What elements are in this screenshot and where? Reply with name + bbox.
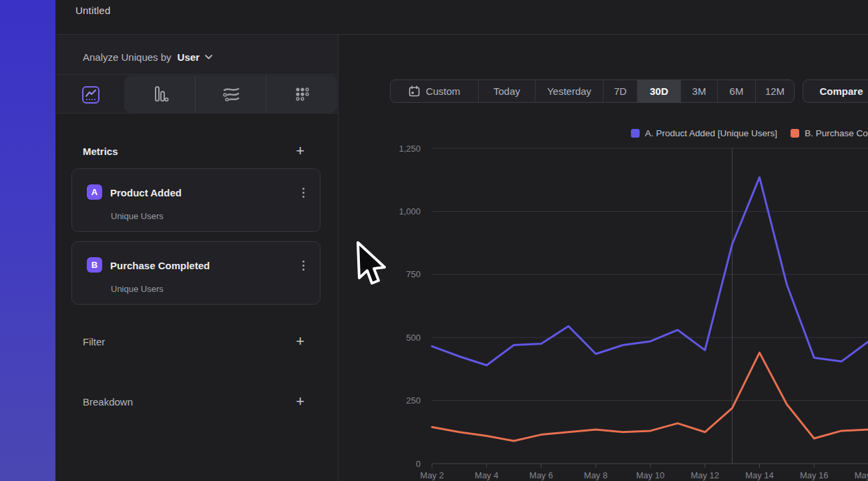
range-button-custom[interactable]: Custom (391, 80, 478, 102)
retention-grid-icon (292, 85, 311, 104)
metric-event-name: Product Added (110, 187, 182, 198)
range-button-yesterday[interactable]: Yesterday (535, 80, 603, 102)
analyze-divider (56, 74, 338, 75)
analyze-row: Analyze Uniques by User (83, 50, 212, 63)
metric-badge: A (87, 184, 102, 200)
report-title[interactable]: Untitled (75, 5, 110, 16)
x-axis-label: May 8 (584, 470, 608, 480)
metric-menu-kebab-icon[interactable] (297, 258, 309, 273)
add-breakdown-button[interactable]: + (294, 395, 306, 408)
y-axis-label: 750 (406, 269, 421, 279)
x-axis-label: May 10 (636, 470, 665, 480)
left-accent-strip (0, 0, 55, 481)
mouse-cursor (355, 240, 395, 297)
metric-card[interactable]: AProduct AddedUnique Users (71, 168, 320, 232)
series-line (432, 177, 868, 365)
metric-card[interactable]: BPurchase CompletedUnique Users (71, 241, 320, 305)
analyze-label: Analyze Uniques by (83, 51, 172, 63)
x-axis-label: May 16 (800, 470, 829, 480)
range-button-12m[interactable]: 12M (755, 80, 794, 102)
x-axis-label: May 12 (690, 470, 719, 480)
analyze-value: User (178, 51, 200, 63)
y-axis-label: 1,000 (399, 206, 421, 216)
x-axis-label: May 18 (855, 470, 868, 480)
analyze-by-dropdown[interactable]: User (178, 51, 212, 63)
legend-swatch (631, 129, 640, 138)
metric-measure: Unique Users (111, 211, 164, 221)
sidebar-divider (338, 35, 339, 481)
metric-badge: B (87, 257, 102, 273)
legend-swatch (791, 129, 799, 138)
tab-line-chart[interactable] (79, 84, 102, 106)
range-button-30d[interactable]: 30D (637, 80, 680, 102)
range-button-6m[interactable]: 6M (717, 80, 755, 102)
tab-bar-chart[interactable] (124, 75, 195, 113)
range-button-3m[interactable]: 3M (680, 80, 717, 102)
breakdown-heading: Breakdown (83, 396, 133, 408)
y-axis-label: 500 (406, 333, 421, 343)
add-metric-button[interactable]: + (294, 144, 306, 158)
line-chart-icon (81, 86, 100, 104)
date-range-group: CustomTodayYesterday7D30D3M6M12M (390, 79, 795, 103)
metrics-heading: Metrics (83, 146, 118, 157)
chart-type-tabs-group (124, 75, 337, 113)
filter-heading: Filter (83, 336, 105, 347)
y-axis-label: 1,250 (399, 144, 421, 154)
chart-legend: A. Product Added [Unique Users]B. Purcha… (631, 128, 868, 138)
y-axis-label: 250 (406, 395, 421, 406)
y-axis-label: 0 (416, 459, 421, 469)
range-button-7d[interactable]: 7D (603, 80, 637, 102)
x-axis-label: May 6 (529, 470, 553, 480)
legend-item[interactable]: A. Product Added [Unique Users] (631, 128, 777, 138)
tab-flows[interactable] (195, 75, 266, 113)
series-line (432, 353, 868, 441)
legend-label: B. Purchase Completed [Unique Users] (805, 128, 868, 138)
x-axis-label: May 2 (420, 470, 443, 480)
bar-chart-icon (150, 84, 170, 104)
metrics-section-head: Metrics + (83, 144, 306, 158)
tabs-divider (56, 113, 338, 114)
x-axis-label: May 4 (475, 470, 498, 480)
metric-measure: Unique Users (111, 284, 164, 294)
legend-label: A. Product Added [Unique Users] (645, 128, 777, 138)
x-axis-label: May 14 (745, 470, 774, 480)
flows-icon (221, 84, 241, 104)
chevron-down-icon (205, 55, 212, 59)
metric-event-name: Purchase Completed (110, 260, 210, 271)
calendar-icon (409, 86, 420, 97)
filter-section-head: Filter + (83, 335, 306, 348)
add-filter-button[interactable]: + (294, 335, 306, 348)
compare-button[interactable]: Compare (803, 79, 868, 103)
app-root: Untitled Analyze Uniques by User (0, 0, 868, 481)
metric-menu-kebab-icon[interactable] (297, 185, 309, 200)
breakdown-section-head: Breakdown + (83, 395, 306, 408)
range-button-today[interactable]: Today (478, 80, 535, 102)
legend-item[interactable]: B. Purchase Completed [Unique Users] (791, 128, 868, 138)
tab-retention-grid[interactable] (266, 75, 337, 113)
